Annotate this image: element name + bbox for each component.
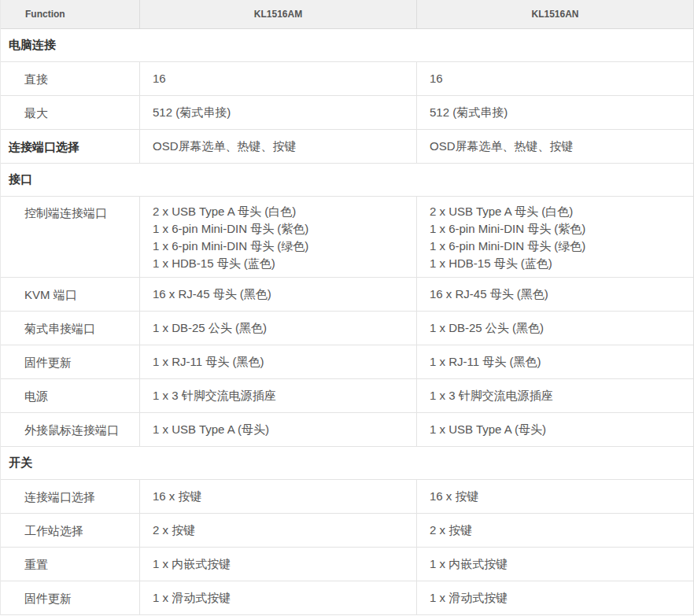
header-model-kl1516an: KL1516AN <box>416 0 693 28</box>
table-row-power: 电源 1 x 3 针脚交流电源插座 1 x 3 针脚交流电源插座 <box>1 379 693 413</box>
row-label: 连接端口选择 <box>1 130 139 163</box>
cell-kl1516am: OSD屏幕选单、热键、按键 <box>139 130 416 163</box>
table-row-switch-port-selection: 连接端口选择 16 x 按键 16 x 按键 <box>1 480 693 514</box>
cell-kl1516am: 16 x 按键 <box>139 480 416 513</box>
header-model-kl1516am: KL1516AM <box>139 0 416 28</box>
table-row-daisy-chain-port: 菊式串接端口 1 x DB-25 公头 (黑色) 1 x DB-25 公头 (黑… <box>1 312 693 345</box>
table-row-kvm-ports: KVM 端口 16 x RJ-45 母头 (黑色) 16 x RJ-45 母头 … <box>1 278 693 312</box>
cell-kl1516am: 512 (菊式串接) <box>139 96 416 129</box>
row-label: 直接 <box>1 62 139 95</box>
table-row-external-mouse-port: 外接鼠标连接端口 1 x USB Type A (母头) 1 x USB Typ… <box>1 413 693 447</box>
cell-kl1516an: 16 x 按键 <box>416 480 693 513</box>
cell-kl1516an: 2 x USB Type A 母头 (白色) 1 x 6-pin Mini-DI… <box>416 197 693 277</box>
cell-kl1516am: 16 <box>139 62 416 95</box>
row-label: 最大 <box>1 96 139 129</box>
row-label: 外接鼠标连接端口 <box>1 413 139 446</box>
cell-kl1516an: 1 x DB-25 公头 (黑色) <box>416 312 693 345</box>
cell-kl1516an: 512 (菊式串接) <box>416 96 693 129</box>
cell-kl1516am: 1 x 3 针脚交流电源插座 <box>139 379 416 412</box>
section-header-connectors: 接口 <box>1 164 693 197</box>
table-row-switch-firmware-upgrade: 固件更新 1 x 滑动式按键 1 x 滑动式按键 <box>1 581 693 615</box>
spec-comparison-table: Function KL1516AM KL1516AN 电脑连接 直接 16 16… <box>0 0 694 615</box>
cell-kl1516am: 1 x RJ-11 母头 (黑色) <box>139 345 416 378</box>
header-function-label: Function <box>1 0 139 28</box>
cell-kl1516am: 2 x USB Type A 母头 (白色) 1 x 6-pin Mini-DI… <box>139 197 416 277</box>
cell-kl1516an: 16 x RJ-45 母头 (黑色) <box>416 278 693 311</box>
table-row-station-selection: 工作站选择 2 x 按键 2 x 按键 <box>1 514 693 548</box>
table-row-direct: 直接 16 16 <box>1 62 693 96</box>
cell-kl1516an: 1 x USB Type A (母头) <box>416 413 693 446</box>
cell-kl1516an: 16 <box>416 62 693 95</box>
table-row-console-ports: 控制端连接端口 2 x USB Type A 母头 (白色) 1 x 6-pin… <box>1 197 693 278</box>
row-label: 菊式串接端口 <box>1 312 139 345</box>
cell-kl1516an: 1 x RJ-11 母头 (黑色) <box>416 345 693 378</box>
row-label: KVM 端口 <box>1 278 139 311</box>
cell-kl1516an: 1 x 内嵌式按键 <box>416 548 693 581</box>
row-label: 电源 <box>1 379 139 412</box>
cell-kl1516am: 16 x RJ-45 母头 (黑色) <box>139 278 416 311</box>
cell-kl1516am: 1 x DB-25 公头 (黑色) <box>139 312 416 345</box>
cell-kl1516am: 1 x 内嵌式按键 <box>139 548 416 581</box>
row-label: 工作站选择 <box>1 514 139 547</box>
cell-kl1516an: 2 x 按键 <box>416 514 693 547</box>
table-row-port-selection: 连接端口选择 OSD屏幕选单、热键、按键 OSD屏幕选单、热键、按键 <box>1 130 693 164</box>
row-label: 连接端口选择 <box>1 480 139 513</box>
section-header-computer-connections: 电脑连接 <box>1 29 693 62</box>
table-row-maximum: 最大 512 (菊式串接) 512 (菊式串接) <box>1 96 693 130</box>
cell-kl1516am: 1 x 滑动式按键 <box>139 581 416 614</box>
row-label: 重置 <box>1 548 139 581</box>
row-label: 固件更新 <box>1 581 139 614</box>
section-header-switches: 开关 <box>1 447 693 480</box>
cell-kl1516am: 2 x 按键 <box>139 514 416 547</box>
row-label: 控制端连接端口 <box>1 197 139 277</box>
table-row-firmware-upgrade: 固件更新 1 x RJ-11 母头 (黑色) 1 x RJ-11 母头 (黑色) <box>1 345 693 379</box>
table-row-reset: 重置 1 x 内嵌式按键 1 x 内嵌式按键 <box>1 548 693 581</box>
cell-kl1516an: 1 x 滑动式按键 <box>416 581 693 614</box>
table-header-row: Function KL1516AM KL1516AN <box>1 0 693 29</box>
cell-kl1516am: 1 x USB Type A (母头) <box>139 413 416 446</box>
cell-kl1516an: OSD屏幕选单、热键、按键 <box>416 130 693 163</box>
row-label: 固件更新 <box>1 345 139 378</box>
cell-kl1516an: 1 x 3 针脚交流电源插座 <box>416 379 693 412</box>
